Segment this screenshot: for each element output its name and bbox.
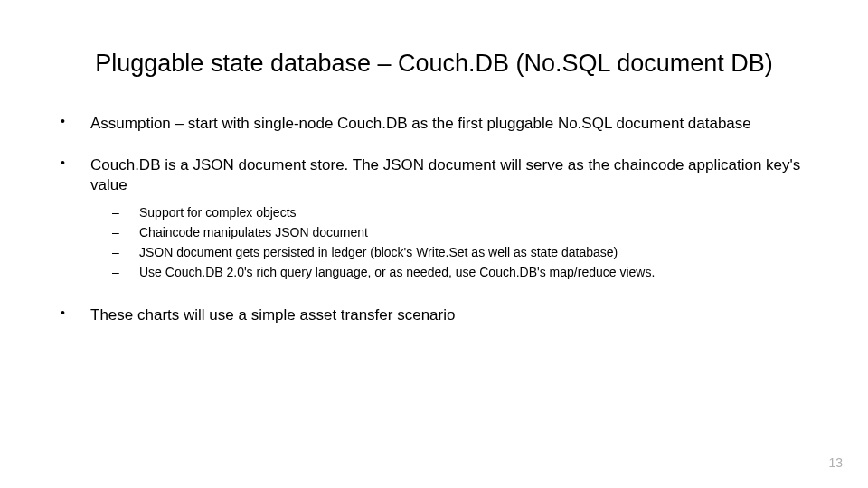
bullet-text: These charts will use a simple asset tra… <box>90 305 809 325</box>
page-number: 13 <box>828 455 843 470</box>
sub-text: JSON document gets persisted in ledger (… <box>139 244 809 261</box>
sub-text: Chaincode manipulates JSON document <box>139 224 809 241</box>
sub-text: Support for complex objects <box>139 204 809 221</box>
slide-content: Pluggable state database – Couch.DB (No.… <box>0 0 868 488</box>
sub-item: – Use Couch.DB 2.0's rich query language… <box>112 264 809 281</box>
bullet-list: • Assumption – start with single-node Co… <box>59 114 809 325</box>
sub-item: – JSON document gets persisted in ledger… <box>112 244 809 261</box>
bullet-marker: • <box>59 114 90 134</box>
bullet-text-content: Couch.DB is a JSON document store. The J… <box>90 156 800 193</box>
bullet-text: Assumption – start with single-node Couc… <box>90 114 809 134</box>
sub-marker: – <box>112 244 139 261</box>
sub-marker: – <box>112 204 139 221</box>
sub-list: – Support for complex objects – Chaincod… <box>90 204 809 281</box>
bullet-text-content: Assumption – start with single-node Couc… <box>90 115 751 132</box>
bullet-text: Couch.DB is a JSON document store. The J… <box>90 155 809 284</box>
bullet-item: • These charts will use a simple asset t… <box>59 305 809 325</box>
sub-marker: – <box>112 224 139 241</box>
bullet-text-content: These charts will use a simple asset tra… <box>90 306 455 324</box>
bullet-item: • Assumption – start with single-node Co… <box>59 114 809 134</box>
slide-title: Pluggable state database – Couch.DB (No.… <box>95 50 773 78</box>
sub-text: Use Couch.DB 2.0's rich query language, … <box>139 264 809 281</box>
bullet-marker: • <box>59 305 90 325</box>
sub-item: – Support for complex objects <box>112 204 809 221</box>
bullet-item: • Couch.DB is a JSON document store. The… <box>59 155 809 284</box>
sub-marker: – <box>112 264 139 281</box>
sub-item: – Chaincode manipulates JSON document <box>112 224 809 241</box>
bullet-marker: • <box>59 155 90 284</box>
